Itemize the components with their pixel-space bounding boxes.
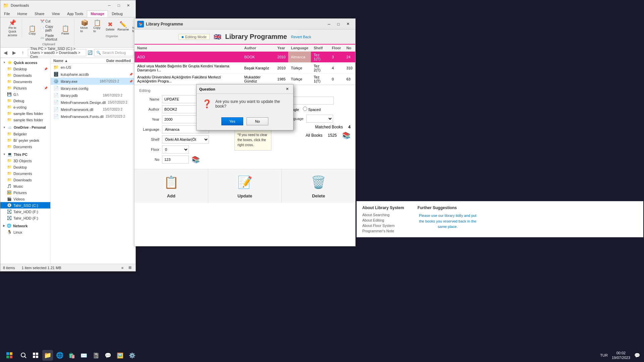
teams-taskbar[interactable]: 💬 — [103, 350, 113, 361]
sidebar-item-tahirssd[interactable]: 💽Tahir_SSD (C:) — [0, 202, 50, 208]
quick-access-header[interactable]: ▼ ⭐ Quick access — [0, 59, 50, 66]
table-row-selected[interactable]: ADD BOOK 2010 Almanca Tez 1(T) 3 24 — [135, 52, 355, 63]
sidebar-item-documents2[interactable]: 📁Documents — [0, 170, 50, 177]
sidebar-item-documents-od[interactable]: 📁Documents — [0, 143, 50, 150]
lib-minimize-button[interactable]: ─ — [324, 20, 334, 28]
sidebar-item-tahirhdd2[interactable]: 💽Tahir_HDD (F:) — [0, 215, 50, 221]
spaced-radio-label[interactable]: Spaced — [303, 108, 321, 112]
task-view-button[interactable] — [30, 350, 41, 361]
rename-button[interactable]: ✏️ Rename — [117, 20, 129, 32]
sidebar-item-sample1[interactable]: 📁 sample files folder — [0, 110, 50, 117]
photos-taskbar[interactable]: 🖼️ — [115, 350, 125, 361]
paste-shortcut-button[interactable]: ⌨️ Paste shortcut — [39, 33, 59, 42]
no-input[interactable] — [162, 156, 189, 164]
settings-taskbar[interactable]: ⚙️ — [127, 350, 138, 361]
about-editing-label[interactable]: About Editing — [362, 218, 404, 222]
sidebar-item-linux[interactable]: 🐧Linux — [0, 229, 50, 235]
delete-button-lib[interactable]: 🗑️ Delete — [282, 169, 355, 203]
minimize-button[interactable]: ─ — [105, 2, 114, 9]
mail-taskbar[interactable]: ✉️ — [78, 350, 89, 361]
address-path[interactable]: This PC > Tahir_SSD (C:) > Users > wasd0… — [28, 49, 86, 56]
copy-button-large[interactable]: 📋 Copy — [26, 24, 38, 36]
move-to-button[interactable]: 📦 Move to — [78, 19, 91, 34]
about-searching-label[interactable]: About Searching — [362, 213, 404, 217]
grid-view-button[interactable]: ⊞ — [127, 265, 133, 271]
no-button[interactable]: No — [247, 117, 268, 125]
file-item-metrodll[interactable]: 📄 MetroFramework.dll 15/07/2023 2 — [51, 106, 136, 113]
spaced-radio[interactable] — [303, 107, 307, 111]
close-button[interactable]: ✕ — [123, 2, 133, 9]
file-item-libraryconfig[interactable]: 📄 library.exe.config — [51, 85, 136, 92]
sidebar-item-belgeler[interactable]: 📁Belgeler — [0, 131, 50, 137]
floor-select[interactable]: 0 — [162, 145, 189, 154]
sidebar-item-documents[interactable]: 📁 Documents — [0, 78, 50, 85]
copy2-button[interactable]: 📋 Copy to — [91, 19, 103, 34]
tab-debug[interactable]: Debug — [108, 10, 126, 17]
col-name-header[interactable]: Name ▲ — [53, 59, 106, 63]
shelf-select[interactable]: Öteki Alt Alanlar(Öt — [162, 135, 209, 143]
file-item-libraryexe[interactable]: ⚙️ library.exe 18/07/2023 2 📌 — [51, 78, 136, 85]
tab-file[interactable]: File — [0, 10, 14, 17]
file-item-accdb[interactable]: 🗄️ kutuphane.accdb 📌 — [51, 71, 136, 78]
sidebar-item-downloads[interactable]: 📁 Downloads — [0, 72, 50, 78]
file-item-librarypdb[interactable]: 📄 library.pdb 18/07/2023 2 — [51, 92, 136, 99]
file-explorer-taskbar[interactable]: 📁 — [42, 350, 53, 361]
sidebar-item-sample2[interactable]: 📁 sample files folder — [0, 117, 50, 123]
dialog-close-button[interactable]: ✕ — [284, 86, 290, 93]
maximize-button[interactable]: □ — [114, 2, 123, 9]
sidebar-item-pictures2[interactable]: 🖼️Pictures — [0, 189, 50, 196]
cut-button[interactable]: ✂️ Cut — [39, 19, 59, 24]
tab-view[interactable]: View — [48, 10, 63, 17]
yes-button[interactable]: Yes — [221, 117, 243, 125]
file-item-metrodesign[interactable]: 📄 MetroFramework.Design.dll 15/07/2023 2 — [51, 99, 136, 106]
language-search-select[interactable] — [306, 115, 333, 123]
lib-close-button[interactable]: ✕ — [343, 20, 353, 28]
add-button[interactable]: 📋 Add — [135, 169, 208, 203]
search-taskbar-button[interactable] — [18, 350, 29, 361]
col-date-header[interactable]: Date modified — [106, 59, 133, 63]
paste-button[interactable]: 📋 Paste — [59, 24, 71, 36]
sidebar-item-videos[interactable]: 🎬Videos — [0, 196, 50, 202]
delete-button[interactable]: ✖ Delete — [104, 20, 116, 32]
copy-path-icon: 📄 — [40, 27, 44, 31]
sidebar-item-evoting[interactable]: 📁 e-voting — [0, 104, 50, 110]
programmer-note-label[interactable]: Programmer's Note — [362, 229, 404, 233]
details-view-button[interactable]: ≡ — [119, 265, 125, 271]
tab-apptools[interactable]: App Tools — [63, 10, 87, 17]
tab-manage[interactable]: Manage — [87, 10, 108, 17]
revert-back-button[interactable]: Revert Back — [291, 35, 311, 39]
sidebar-item-3dobjects[interactable]: 📁3D Objects — [0, 158, 50, 164]
sidebar-item-desktop2[interactable]: 📁Desktop — [0, 164, 50, 170]
sidebar-item-desktop[interactable]: 📁 Desktop 📌 — [0, 66, 50, 72]
forward-button[interactable]: ▶ — [10, 49, 18, 56]
copy-path-button[interactable]: 📄 Copy path — [39, 24, 59, 33]
update-button[interactable]: 📝 Update — [208, 169, 282, 203]
sidebar-item-tahirhdd1[interactable]: 💽Tahir_HDD (F:) — [0, 208, 50, 215]
onedrive-header[interactable]: ▼ ☁️ OneDrive - Personal — [0, 124, 50, 131]
store-taskbar[interactable]: 🛍️ — [66, 350, 77, 361]
table-row[interactable]: Alkol veya Madde Bağımlıs Bir Grupta Ken… — [135, 63, 355, 74]
pin-to-quick-access-button[interactable]: 📌 Pin to Quick access — [6, 19, 19, 38]
about-floor-label[interactable]: About Floor System — [362, 224, 404, 228]
sidebar-item-debug[interactable]: 📁 Debug — [0, 98, 50, 104]
file-item-enus[interactable]: 📁 en-US — [51, 64, 136, 71]
edge-taskbar[interactable]: 🌐 — [54, 350, 65, 361]
sidebar-item-pictures[interactable]: 📁 Pictures 📌 — [0, 85, 50, 91]
onenote-taskbar[interactable]: 📓 — [91, 350, 101, 361]
tab-share[interactable]: Share — [31, 10, 48, 17]
network-header[interactable]: ▶ 🌐 Network — [0, 223, 50, 229]
sidebar-item-seyler[interactable]: 📁Bi' şeyler yedek — [0, 137, 50, 143]
file-item-metrofonts[interactable]: 📄 MetroFramework.Fonts.dll 15/07/2023 2 — [51, 113, 136, 120]
sidebar-item-downloads2[interactable]: 📁Downloads — [0, 177, 50, 183]
thispc-header[interactable]: ▼ 💻 This PC — [0, 151, 50, 158]
table-row[interactable]: Anadolu Üniversitesi Açıköğretim Fakülte… — [135, 74, 355, 85]
back-button[interactable]: ◀ — [2, 49, 9, 56]
start-button[interactable] — [1, 349, 17, 362]
sidebar-item-gd[interactable]: 💾 G:\ — [0, 91, 50, 98]
sidebar-item-music[interactable]: 🎵Music — [0, 183, 50, 189]
up-button[interactable]: ↑ — [19, 49, 26, 56]
tab-home[interactable]: Home — [14, 10, 31, 17]
search-box[interactable]: 🔍 Search Debug — [94, 49, 134, 56]
lib-maximize-button[interactable]: □ — [334, 20, 343, 28]
notification-button[interactable]: 💬 — [634, 353, 640, 358]
